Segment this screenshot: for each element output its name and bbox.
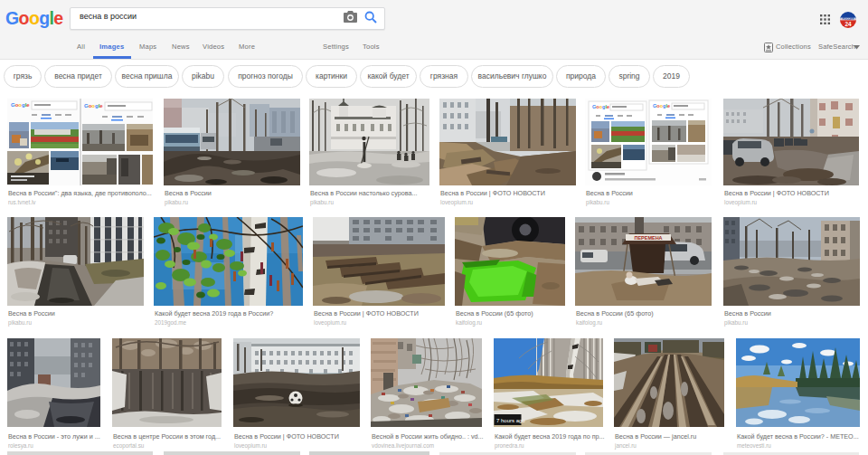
svg-text:Google: Google: [84, 103, 103, 109]
svg-text:Google: Google: [592, 104, 609, 109]
svg-text:Google: Google: [5, 8, 63, 28]
svg-text:Google: Google: [11, 102, 30, 108]
svg-text:7 hours ago: 7 hours ago: [496, 418, 525, 423]
svg-text:ПЕРЕМЕНА: ПЕРЕМЕНА: [634, 235, 662, 241]
svg-text:24: 24: [844, 21, 852, 27]
svg-text:Google: Google: [653, 103, 670, 109]
